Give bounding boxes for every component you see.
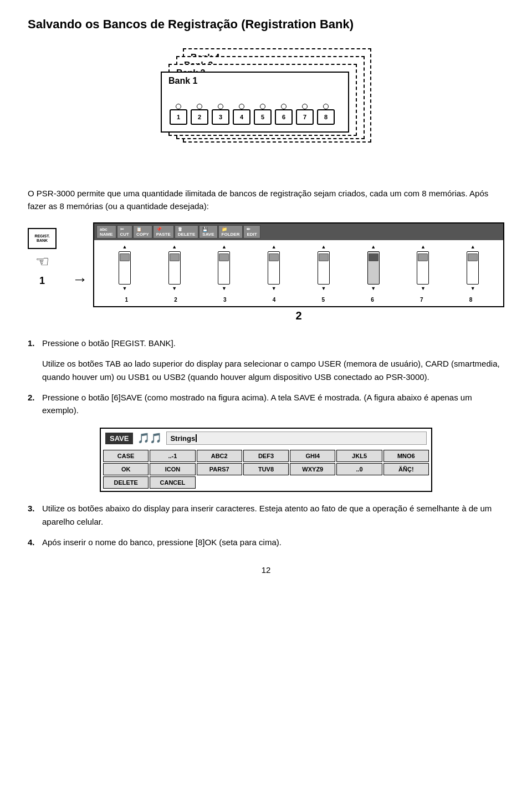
- save-screen: SAVE 🎵🎵 Strings CASE ..-1 ABC2 DEF3 GHI4…: [100, 428, 432, 492]
- kbd-cancel[interactable]: CANCEL: [150, 476, 195, 489]
- list-num-2: 2.: [28, 391, 38, 417]
- list-text-3: Utilize os botões abaixo do display para…: [42, 502, 504, 528]
- list-text-2: Pressione o botão [6]SAVE (como mostrado…: [42, 391, 504, 417]
- bank-btn-1: 1: [170, 109, 187, 125]
- figure-section: REGIST. BANK ☜ 1 → abcNAME ✂CUT 📋COPY 📌P…: [28, 222, 504, 326]
- kbd-ghi4[interactable]: GHI4: [290, 450, 335, 462]
- kbd-mno6[interactable]: MNO6: [383, 450, 429, 462]
- display-panel: abcNAME ✂CUT 📋COPY 📌PASTE 🗑DELETE 💾SAVE …: [93, 222, 504, 307]
- kbd-pars7[interactable]: PARS7: [197, 463, 242, 475]
- bank-btn-2: 2: [191, 109, 208, 125]
- page-number: 12: [28, 565, 504, 575]
- bank-btn-5: 5: [254, 109, 272, 125]
- bank-btn-8: 8: [317, 109, 335, 125]
- bank-card-1: Bank 1 1 2 3 4 5 6 7 8: [161, 72, 349, 133]
- toolbar-delete: 🗑DELETE: [175, 225, 199, 238]
- save-input-field[interactable]: Strings: [166, 432, 427, 445]
- slider-1: ▲ ▼: [119, 245, 131, 291]
- figure-1-label: 1: [39, 275, 45, 287]
- slider-6-active: ▲ ▼: [367, 245, 380, 291]
- cursor: [196, 434, 197, 442]
- instructions-list: 1. Pressione o botão [REGIST. BANK]. Uti…: [28, 337, 504, 417]
- slider-5: ▲ ▼: [318, 245, 330, 291]
- figure-2-label: 2: [93, 307, 504, 326]
- list-num-1: 1.: [28, 337, 38, 349]
- bank-btn-3: 3: [212, 109, 229, 125]
- kbd-dot0[interactable]: ..0: [336, 463, 382, 475]
- list-num-3: 3.: [28, 502, 38, 528]
- bank-btn-7: 7: [296, 109, 314, 125]
- slider-2: ▲ ▼: [168, 245, 181, 291]
- toolbar-copy: 📋COPY: [133, 225, 152, 238]
- list-item-1: 1. Pressione o botão [REGIST. BANK].: [28, 337, 504, 349]
- kbd-jkl5[interactable]: JKL5: [336, 450, 382, 462]
- kbd-def3[interactable]: DEF3: [243, 450, 289, 462]
- slider-8: ▲ ▼: [467, 245, 479, 291]
- kbd-special[interactable]: ÄÑÇ!: [383, 463, 429, 475]
- slider-7: ▲ ▼: [417, 245, 429, 291]
- list-item-1-cont: Utilize os botões TAB ao lado superior d…: [28, 357, 504, 383]
- display-toolbar: abcNAME ✂CUT 📋COPY 📌PASTE 🗑DELETE 💾SAVE …: [94, 224, 503, 240]
- kbd-abc2[interactable]: ABC2: [197, 450, 242, 462]
- toolbar-edit: ✏EDIT: [243, 225, 260, 238]
- kbd-wxyz9[interactable]: WXYZ9: [290, 463, 335, 475]
- kbd-delete[interactable]: DELETE: [103, 476, 149, 489]
- list-item-4: 4. Após inserir o nome do banco, pressio…: [28, 536, 504, 549]
- slider-4: ▲ ▼: [268, 245, 280, 291]
- kbd-tuv8[interactable]: TUV8: [243, 463, 289, 475]
- toolbar-name: abcNAME: [96, 225, 116, 238]
- save-keyboard: CASE ..-1 ABC2 DEF3 GHI4 JKL5 MNO6 OK IC…: [101, 448, 431, 491]
- list-item-2: 2. Pressione o botão [6]SAVE (como mostr…: [28, 391, 504, 417]
- regist-bank-button: REGIST. BANK: [28, 228, 57, 249]
- save-music-icon: 🎵🎵: [137, 432, 162, 444]
- list-num-4: 4.: [28, 536, 38, 549]
- toolbar-save: 💾SAVE: [199, 225, 217, 238]
- bank-btn-4: 4: [233, 109, 250, 125]
- toolbar-paste: 📌PASTE: [153, 225, 174, 238]
- slider-numbers: 1 2 3 4 5 6 7 8: [94, 296, 503, 306]
- regist-bank-col: REGIST. BANK ☜ 1: [28, 228, 57, 287]
- arrow-right-icon: →: [72, 271, 88, 288]
- kbd-case[interactable]: CASE: [103, 450, 149, 462]
- save-title-bar: SAVE 🎵🎵 Strings: [101, 429, 431, 448]
- list-text-1: Pressione o botão [REGIST. BANK].: [42, 337, 176, 349]
- bank-buttons-row: 1 2 3 4 5 6 7 8: [170, 109, 335, 125]
- save-label: SAVE: [105, 433, 133, 444]
- kbd-ok[interactable]: OK: [103, 463, 149, 475]
- kbd-icon[interactable]: ICON: [150, 463, 195, 475]
- bank-btn-6: 6: [275, 109, 293, 125]
- page-title: Salvando os Bancos de Registração (Regis…: [28, 17, 504, 33]
- toolbar-folder: 📁FOLDER: [218, 225, 243, 238]
- sliders-area: ▲ ▼ ▲ ▼ ▲ ▼ ▲ ▼: [94, 240, 503, 296]
- slider-3: ▲ ▼: [218, 245, 230, 291]
- list-text-1-cont: Utilize os botões TAB ao lado superior d…: [42, 357, 504, 383]
- kbd-dot-1[interactable]: ..-1: [150, 450, 195, 462]
- hand-press-icon: ☜: [35, 252, 49, 271]
- instructions-list-2: 3. Utilize os botões abaixo do display p…: [28, 502, 504, 549]
- toolbar-cut: ✂CUT: [117, 225, 132, 238]
- list-text-4: Após inserir o nome do banco, pressione …: [42, 536, 282, 549]
- intro-text: O PSR-3000 permite que uma quantidade il…: [28, 187, 504, 213]
- bank-stack-diagram: Bank 4 Bank 3 Bank 2 Bank 1 1 2 3 4 5 6 …: [28, 48, 504, 170]
- list-item-3: 3. Utilize os botões abaixo do display p…: [28, 502, 504, 528]
- display-panel-wrapper: abcNAME ✂CUT 📋COPY 📌PASTE 🗑DELETE 💾SAVE …: [93, 222, 504, 326]
